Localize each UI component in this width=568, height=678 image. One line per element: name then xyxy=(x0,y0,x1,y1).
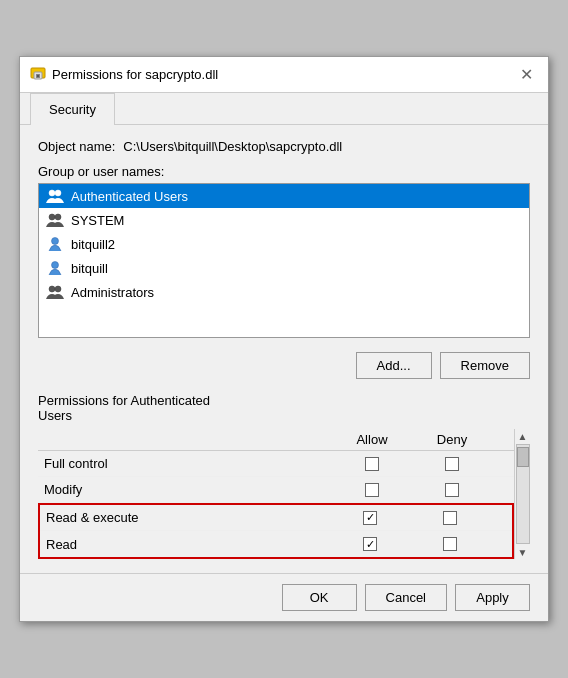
permissions-section: Permissions for Authenticated Users Allo… xyxy=(38,393,530,559)
user-name: bitquill xyxy=(71,261,108,276)
user-item[interactable]: bitquill2 xyxy=(39,232,529,256)
user-name: bitquill2 xyxy=(71,237,115,252)
svg-point-11 xyxy=(55,286,61,292)
perm-name: Full control xyxy=(44,456,332,471)
title-bar: Permissions for sapcrypto.dll ✕ xyxy=(20,57,548,93)
user-list[interactable]: Authenticated Users SYSTEM xyxy=(38,183,530,338)
svg-point-6 xyxy=(49,214,55,220)
checkbox[interactable] xyxy=(365,457,379,471)
user-item[interactable]: Administrators xyxy=(39,280,529,304)
group-icon xyxy=(45,212,65,228)
allow-checkbox-read-execute[interactable] xyxy=(330,511,410,525)
close-button[interactable]: ✕ xyxy=(514,63,538,87)
permissions-table-wrapper: Allow Deny Full control Mod xyxy=(38,429,530,559)
user-item[interactable]: SYSTEM xyxy=(39,208,529,232)
allow-checkbox-read[interactable] xyxy=(330,537,410,551)
checkbox[interactable] xyxy=(443,511,457,525)
user-icon xyxy=(45,260,65,276)
permissions-header: Allow Deny xyxy=(38,429,514,451)
deny-checkbox-modify[interactable] xyxy=(412,483,492,497)
permissions-dialog: Permissions for sapcrypto.dll ✕ Security… xyxy=(19,56,549,622)
perm-row-read: Read xyxy=(40,531,512,557)
checkbox-checked[interactable] xyxy=(363,511,377,525)
svg-point-3 xyxy=(37,74,39,76)
scrollbar[interactable]: ▲ ▼ xyxy=(514,429,530,559)
group-section: Group or user names: Authenticated Users xyxy=(38,164,530,338)
checkbox[interactable] xyxy=(445,457,459,471)
perm-row-read-execute: Read & execute xyxy=(40,505,512,531)
permissions-rows-area: Allow Deny Full control Mod xyxy=(38,429,514,559)
checkbox-checked[interactable] xyxy=(363,537,377,551)
object-name-value: C:\Users\bitquill\Desktop\sapcrypto.dll xyxy=(123,139,342,154)
perm-name: Read xyxy=(46,537,330,552)
group-icon xyxy=(45,188,65,204)
perm-name: Modify xyxy=(44,482,332,497)
group-section-label: Group or user names: xyxy=(38,164,530,179)
svg-point-9 xyxy=(52,262,59,269)
user-name: Administrators xyxy=(71,285,154,300)
remove-button[interactable]: Remove xyxy=(440,352,530,379)
group-icon xyxy=(45,284,65,300)
scroll-down-arrow[interactable]: ▼ xyxy=(516,545,530,559)
dialog-footer: OK Cancel Apply xyxy=(20,573,548,621)
col-header-deny: Deny xyxy=(412,432,492,447)
deny-checkbox-read-execute[interactable] xyxy=(410,511,490,525)
allow-checkbox-fullcontrol[interactable] xyxy=(332,457,412,471)
object-name-row: Object name: C:\Users\bitquill\Desktop\s… xyxy=(38,139,530,154)
svg-point-7 xyxy=(55,214,61,220)
checkbox[interactable] xyxy=(443,537,457,551)
user-name: Authenticated Users xyxy=(71,189,188,204)
user-icon xyxy=(45,236,65,252)
perm-row-fullcontrol: Full control xyxy=(38,451,514,477)
apply-button[interactable]: Apply xyxy=(455,584,530,611)
add-remove-buttons: Add... Remove xyxy=(38,348,530,383)
user-item[interactable]: Authenticated Users xyxy=(39,184,529,208)
perm-row-modify: Modify xyxy=(38,477,514,503)
allow-checkbox-modify[interactable] xyxy=(332,483,412,497)
deny-checkbox-fullcontrol[interactable] xyxy=(412,457,492,471)
permissions-title: Permissions for Authenticated Users xyxy=(38,393,530,423)
object-name-label: Object name: xyxy=(38,139,115,154)
add-button[interactable]: Add... xyxy=(356,352,432,379)
cancel-button[interactable]: Cancel xyxy=(365,584,447,611)
svg-point-8 xyxy=(52,238,59,245)
highlight-box: Read & execute Read xyxy=(38,503,514,559)
svg-point-4 xyxy=(49,190,55,196)
tab-bar: Security xyxy=(20,93,548,125)
dialog-icon xyxy=(30,67,46,83)
checkbox[interactable] xyxy=(445,483,459,497)
scroll-thumb[interactable] xyxy=(517,447,529,467)
ok-button[interactable]: OK xyxy=(282,584,357,611)
user-name: SYSTEM xyxy=(71,213,124,228)
perm-name: Read & execute xyxy=(46,510,330,525)
deny-checkbox-read[interactable] xyxy=(410,537,490,551)
scroll-track xyxy=(516,444,530,544)
dialog-title: Permissions for sapcrypto.dll xyxy=(52,67,514,82)
scroll-up-arrow[interactable]: ▲ xyxy=(516,429,530,443)
svg-point-5 xyxy=(55,190,61,196)
col-header-allow: Allow xyxy=(332,432,412,447)
user-item[interactable]: bitquill xyxy=(39,256,529,280)
col-header-name xyxy=(44,432,332,447)
checkbox[interactable] xyxy=(365,483,379,497)
svg-point-10 xyxy=(49,286,55,292)
tab-security[interactable]: Security xyxy=(30,93,115,125)
dialog-content: Object name: C:\Users\bitquill\Desktop\s… xyxy=(20,125,548,573)
